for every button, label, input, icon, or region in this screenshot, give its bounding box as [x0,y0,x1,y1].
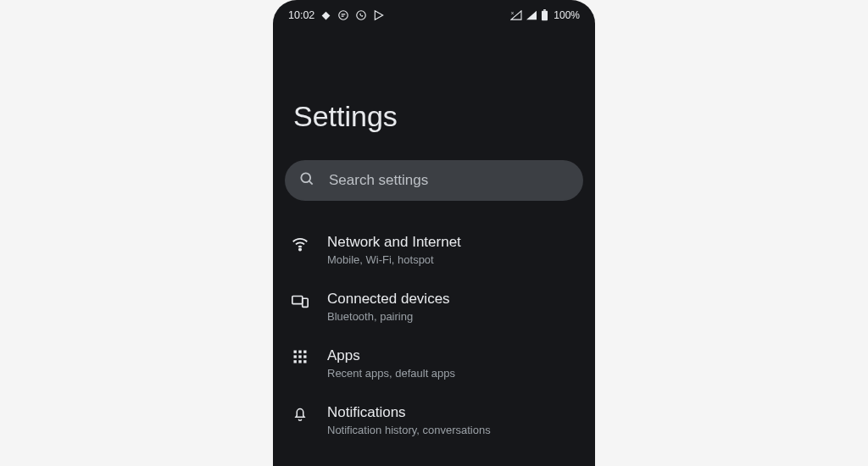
item-notifications[interactable]: Notifications Notification history, conv… [273,391,595,448]
item-title: Network and Internet [327,233,575,252]
svg-rect-9 [303,298,308,307]
item-apps[interactable]: Apps Recent apps, default apps [273,335,595,391]
item-subtitle: Mobile, Wi-Fi, hotspot [327,253,575,266]
whatsapp-icon [355,9,367,21]
svg-rect-15 [303,356,306,358]
page-header: Settings [273,25,595,148]
svg-rect-16 [294,360,297,363]
search-bar[interactable] [285,160,583,201]
svg-rect-17 [298,360,301,363]
search-input[interactable] [327,171,570,190]
svg-text:x: x [511,10,514,15]
page-title: Settings [293,100,575,133]
item-subtitle: Notification history, conversations [327,424,575,436]
svg-point-0 [339,11,348,20]
status-bar: 10:02 x 100% [273,0,595,25]
signal-2-icon [526,10,537,20]
svg-point-5 [301,173,310,182]
battery-icon [541,9,548,21]
wifi-icon [288,233,312,253]
signal-1-icon: x [510,10,522,20]
battery-text: 100% [554,9,580,21]
devices-icon [288,290,312,310]
apps-grid-icon [288,347,312,365]
svg-rect-13 [294,356,297,358]
item-title: Connected devices [327,290,575,308]
settings-list: Network and Internet Mobile, Wi-Fi, hots… [273,209,595,448]
item-network-internet[interactable]: Network and Internet Mobile, Wi-Fi, hots… [273,221,595,278]
search-icon [298,170,315,191]
clock-text: 10:02 [288,9,314,21]
chat-icon [337,9,349,21]
svg-rect-12 [303,351,306,353]
svg-rect-18 [303,360,306,363]
item-connected-devices[interactable]: Connected devices Bluetooth, pairing [273,278,595,335]
bell-icon [288,403,312,422]
svg-line-6 [309,181,313,185]
status-left: 10:02 [288,9,385,21]
svg-rect-8 [292,297,303,304]
play-icon [373,9,385,21]
svg-point-7 [299,248,301,250]
item-title: Notifications [327,403,575,422]
svg-rect-14 [298,356,301,358]
tag-icon [320,10,331,21]
svg-rect-10 [294,351,297,353]
phone-frame: 10:02 x 100% [273,0,595,466]
status-right: x 100% [510,9,580,21]
item-subtitle: Recent apps, default apps [327,367,575,380]
svg-rect-11 [298,351,301,353]
svg-rect-3 [542,11,548,20]
svg-rect-4 [543,9,546,11]
item-title: Apps [327,347,575,365]
item-subtitle: Bluetooth, pairing [327,310,575,323]
